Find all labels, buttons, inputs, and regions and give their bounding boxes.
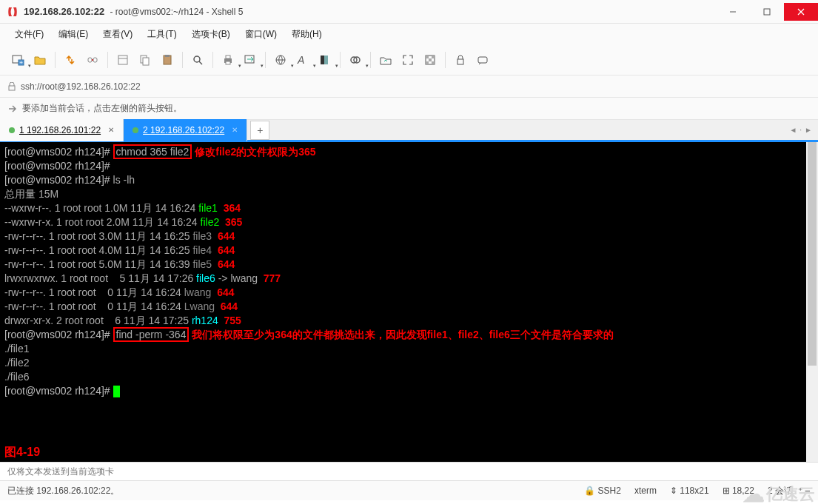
disconnect-button[interactable] [82, 50, 103, 70]
tab-close-icon[interactable]: ✕ [232, 126, 238, 134]
menubar: 文件(F) 编辑(E) 查看(V) 工具(T) 选项卡(B) 窗口(W) 帮助(… [0, 24, 818, 44]
window-controls [716, 3, 818, 21]
toolbar: +▾ ▾ ▾ ▾ A▾ ▾ ▾ [0, 44, 818, 75]
print-button[interactable]: ▾ [218, 50, 238, 70]
tab-next-icon[interactable]: ► [805, 126, 812, 134]
svg-rect-10 [118, 56, 127, 64]
titlebar: 192.168.26.102:22 - root@vms002:~/rh124 … [0, 0, 818, 24]
toolbar-sep [55, 52, 56, 68]
svg-rect-34 [457, 59, 463, 64]
tab-session-2[interactable]: 2 192.168.26.102:22 ✕ [124, 119, 247, 141]
toolbar-sep [107, 52, 108, 68]
menu-edit[interactable]: 编辑(E) [53, 27, 94, 42]
svg-rect-32 [426, 61, 429, 64]
toolbar-sep [182, 52, 183, 68]
svg-rect-24 [321, 56, 324, 64]
svg-rect-29 [426, 56, 429, 58]
svg-point-16 [194, 56, 200, 62]
tab-add-button[interactable]: + [250, 121, 269, 140]
status-ssh: 🔒 SSH2 [584, 485, 621, 496]
watermark-text: 亿速云 [766, 483, 815, 505]
encoding-button[interactable]: ▾ [270, 50, 291, 70]
tab-label: 2 192.168.26.102:22 [143, 125, 224, 135]
svg-rect-35 [478, 57, 487, 63]
menu-view[interactable]: 查看(V) [97, 27, 138, 42]
svg-rect-15 [165, 55, 170, 57]
copy-button[interactable] [135, 50, 155, 70]
lock-button[interactable] [450, 50, 471, 70]
address-bar [0, 75, 818, 98]
status-term: xterm [634, 485, 657, 496]
transfer-button[interactable]: ▾ [240, 50, 261, 70]
tab-session-1[interactable]: 1 192.168.26.101:22 ✕ [0, 119, 124, 141]
cloud-icon: ☁ [742, 481, 765, 504]
svg-rect-13 [143, 58, 149, 65]
send-input[interactable] [0, 466, 818, 477]
lock-icon [7, 82, 16, 91]
status-dot-icon [9, 127, 15, 133]
terminal-content: [root@vms002 rh124]# chmod 365 file2 修改f… [4, 145, 814, 398]
open-button[interactable] [30, 50, 50, 70]
hint-bar: 要添加当前会话，点击左侧的箭头按钮。 [0, 98, 818, 120]
svg-text:A: A [297, 54, 304, 66]
send-input-bar [0, 462, 818, 481]
address-input[interactable] [21, 81, 811, 92]
new-session-button[interactable]: +▾ [7, 50, 28, 70]
status-size: ⇕ 118x21 [670, 485, 709, 496]
svg-rect-1 [764, 9, 770, 15]
fullscreen-button[interactable] [398, 50, 418, 70]
svg-line-17 [199, 61, 202, 64]
find-button[interactable] [187, 50, 208, 70]
svg-rect-30 [432, 56, 435, 58]
svg-rect-19 [226, 56, 230, 58]
svg-rect-36 [9, 86, 15, 90]
svg-rect-33 [432, 61, 435, 64]
svg-rect-20 [226, 61, 230, 64]
toolbar-sep [370, 52, 371, 68]
tab-prev-icon[interactable]: ◄ [789, 126, 797, 134]
tab-bar: 1 192.168.26.101:22 ✕ 2 192.168.26.102:2… [0, 120, 818, 142]
reconnect-button[interactable] [60, 50, 81, 70]
menu-window[interactable]: 窗口(W) [239, 27, 283, 42]
paste-button[interactable] [157, 50, 178, 70]
tab-sep: · [799, 126, 802, 134]
menu-tab[interactable]: 选项卡(B) [186, 27, 236, 42]
font-button[interactable]: A▾ [292, 50, 313, 70]
hint-text: 要添加当前会话，点击左侧的箭头按钮。 [22, 102, 182, 115]
properties-button[interactable] [113, 50, 133, 70]
scrollbar-thumb[interactable] [808, 142, 817, 366]
toolbar-sep [340, 52, 341, 68]
tab-navigation: ◄ · ► [789, 126, 818, 134]
svg-rect-25 [324, 56, 328, 64]
window-subtitle: - root@vms002:~/rh124 - Xshell 5 [107, 7, 243, 17]
toolbar-sep [265, 52, 266, 68]
menu-file[interactable]: 文件(F) [9, 27, 50, 42]
maximize-button[interactable] [750, 3, 784, 21]
tab-close-icon[interactable]: ✕ [108, 126, 114, 134]
svg-text:+: + [19, 59, 23, 66]
compose-button[interactable] [472, 50, 493, 70]
terminal[interactable]: [root@vms002 rh124]# chmod 365 file2 修改f… [0, 142, 818, 462]
status-size-text: 118x21 [680, 485, 708, 496]
toolbar-sep [212, 52, 213, 68]
tab-label: 1 192.168.26.101:22 [19, 125, 101, 135]
status-dot-icon [133, 127, 138, 133]
close-button[interactable] [784, 3, 818, 21]
window-subtitle-text: root@vms002:~/rh124 - Xshell 5 [115, 7, 244, 17]
script-button[interactable]: ▾ [345, 50, 366, 70]
status-ssh-text: SSH2 [598, 485, 621, 496]
transparent-button[interactable] [420, 50, 440, 70]
xftp-button[interactable] [375, 50, 396, 70]
svg-rect-8 [93, 58, 97, 62]
scrollbar[interactable] [806, 142, 818, 462]
menu-tools[interactable]: 工具(T) [141, 27, 182, 42]
menu-help[interactable]: 帮助(H) [286, 27, 328, 42]
app-icon [6, 5, 19, 19]
minimize-button[interactable] [716, 3, 750, 21]
toolbar-sep [445, 52, 446, 68]
arrow-add-icon[interactable] [7, 104, 18, 114]
watermark: ☁亿速云 [742, 481, 815, 504]
svg-rect-31 [429, 58, 432, 61]
status-connection: 已连接 192.168.26.102:22。 [7, 485, 119, 497]
color-scheme-button[interactable]: ▾ [315, 50, 335, 70]
